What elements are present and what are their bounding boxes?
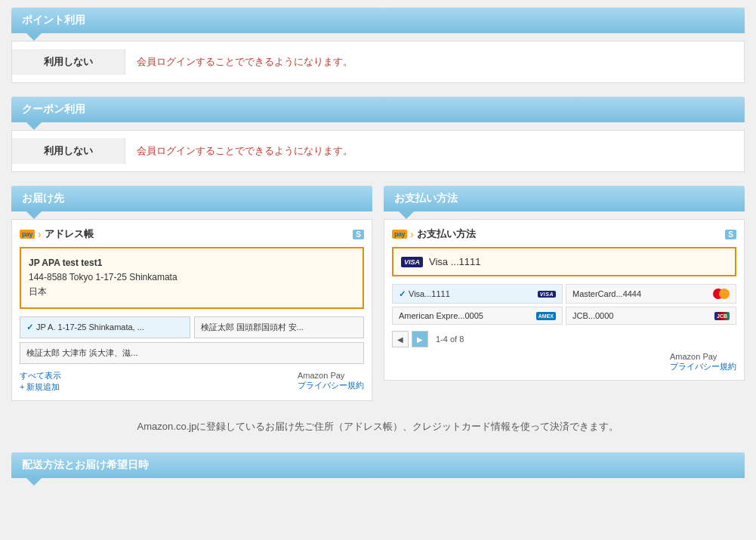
payment-privacy-text: プライバシー規約	[670, 361, 736, 372]
delivery-s-badge: S	[353, 230, 364, 239]
card-item-left-2: American Expre...0005	[399, 311, 483, 320]
pay-icon-payment: pay	[392, 230, 407, 239]
delivery-privacy-text: プライバシー規約	[298, 380, 364, 391]
selected-visa-logo: VISA	[401, 257, 423, 267]
pay-arrow-delivery: ›	[38, 228, 42, 240]
address-btn-1[interactable]: 検証太郎 国頭郡国頭村 安...	[194, 316, 365, 338]
address-line1: 144-8588 Tokyo 1-17-25 Shinkamata	[29, 270, 355, 285]
pay-icon-delivery: pay	[20, 230, 35, 239]
points-label: 利用しない	[12, 49, 125, 75]
card-label-2: American Expre...0005	[399, 311, 483, 320]
delivery-footer-left: すべて表示 + 新規追加	[20, 370, 61, 393]
delivery-footer-right: Amazon Pay プライバシー規約	[298, 371, 364, 391]
mc-badge-1	[713, 289, 730, 299]
delivery-widget: pay › アドレス帳 S JP APA test test1 144-8588…	[11, 219, 372, 401]
points-message: 会員ログインすることでできるようになります。	[125, 49, 364, 75]
payment-widget-header: pay › お支払い方法 S	[392, 227, 736, 241]
next-page-btn[interactable]: ▶	[412, 331, 428, 347]
delivery-footer: すべて表示 + 新規追加 Amazon Pay プライバシー規約	[20, 370, 364, 393]
delivery-header-text: お届け先	[22, 192, 64, 204]
payment-widget: pay › お支払い方法 S VISA Visa ...1111	[384, 219, 745, 381]
address-line2: 日本	[29, 285, 355, 299]
card-item-3[interactable]: JCB...0000 JCB	[566, 307, 736, 325]
delivery-widget-header: pay › アドレス帳 S	[20, 227, 364, 241]
show-all-link[interactable]: すべて表示	[20, 371, 61, 380]
card-item-1[interactable]: MasterCard...4444	[566, 284, 736, 304]
card-item-left-3: JCB...0000	[572, 311, 613, 320]
jcb-badge-3: JCB	[714, 312, 730, 320]
card-label-0: Visa...1111	[409, 289, 450, 298]
check-icon-card-0: ✓	[399, 289, 406, 299]
selected-payment-box: VISA Visa ...1111	[392, 247, 736, 276]
delivery-amazon-pay-label: Amazon Pay	[298, 371, 364, 380]
delivery-bottom-header-text: 配送方法とお届け希望日時	[22, 458, 149, 471]
coupon-label: 利用しない	[12, 138, 125, 164]
amazon-pay-logo-delivery: pay › アドレス帳	[20, 227, 94, 241]
payment-header-text: お支払い方法	[394, 192, 458, 204]
delivery-bottom-section: 配送方法とお届け希望日時	[11, 452, 745, 478]
delivery-payment-row: お届け先 pay › アドレス帳 S JP APA test test1 144…	[11, 186, 745, 401]
coupon-option-row: 利用しない 会員ログインすることでできるようになります。	[11, 130, 745, 172]
selected-card-number: Visa ...1111	[429, 256, 480, 267]
points-option-row: 利用しない 会員ログインすることでできるようになります。	[11, 41, 745, 83]
address-btn-2[interactable]: 検証太郎 大津市 浜大津、滋...	[20, 342, 364, 364]
coupon-section: クーポン利用 利用しない 会員ログインすることでできるようになります。	[11, 97, 745, 172]
selected-address-box: JP APA test test1 144-8588 Tokyo 1-17-25…	[20, 247, 364, 309]
delivery-header: お届け先	[11, 186, 372, 211]
payment-s-badge: S	[725, 230, 736, 239]
card-item-left-0: ✓ Visa...1111	[399, 289, 450, 299]
amazon-pay-logo-payment: pay › お支払い方法	[392, 227, 476, 241]
check-icon-0: ✓	[26, 322, 33, 332]
payment-column: お支払い方法 pay › お支払い方法 S VISA Visa ...1111	[384, 186, 745, 401]
address-buttons-grid: ✓ JP A. 1-17-25 Shinkamata, ... 検証太郎 国頭郡…	[20, 316, 364, 364]
delivery-widget-title: アドレス帳	[45, 227, 94, 241]
amex-badge-2: AMEX	[536, 312, 556, 320]
card-label-1: MasterCard...4444	[572, 289, 641, 298]
delivery-column: お届け先 pay › アドレス帳 S JP APA test test1 144…	[11, 186, 372, 401]
address-btn-label-1: 検証太郎 国頭郡国頭村 安...	[201, 322, 304, 333]
card-item-left-1: MasterCard...4444	[572, 289, 641, 298]
coupon-header: クーポン利用	[11, 97, 745, 122]
payment-footer-right: Amazon Pay プライバシー規約	[670, 352, 736, 372]
points-section: ポイント利用 利用しない 会員ログインすることでできるようになります。	[11, 8, 745, 83]
card-label-3: JCB...0000	[572, 311, 613, 320]
mc-circle-yellow-1	[719, 289, 730, 299]
address-btn-label-2: 検証太郎 大津市 浜大津、滋...	[26, 347, 137, 359]
payment-widget-title: お支払い方法	[417, 227, 476, 241]
address-btn-label-0: JP A. 1-17-25 Shinkamata, ...	[36, 322, 144, 332]
points-header: ポイント利用	[11, 8, 745, 33]
address-btn-0[interactable]: ✓ JP A. 1-17-25 Shinkamata, ...	[20, 316, 190, 338]
address-name: JP APA test test1	[29, 256, 355, 270]
payment-pagination: ◀ ▶ 1-4 of 8	[392, 331, 736, 347]
payment-header: お支払い方法	[384, 186, 745, 211]
card-item-0[interactable]: ✓ Visa...1111 VISA	[392, 284, 563, 304]
card-item-2[interactable]: American Expre...0005 AMEX	[392, 307, 563, 325]
page-info: 1-4 of 8	[436, 335, 464, 344]
info-text: Amazon.co.jpに登録しているお届け先ご住所（アドレス帳）、クレジットカ…	[11, 412, 745, 441]
payment-cards-grid: ✓ Visa...1111 VISA MasterCard...4444	[392, 284, 736, 325]
pay-arrow-payment: ›	[410, 228, 414, 240]
add-new-link[interactable]: + 新規追加	[20, 382, 60, 391]
payment-footer: Amazon Pay プライバシー規約	[392, 352, 736, 372]
prev-page-btn[interactable]: ◀	[392, 331, 409, 347]
visa-badge-0: VISA	[538, 291, 556, 298]
coupon-header-text: クーポン利用	[22, 103, 85, 115]
payment-amazon-pay-label: Amazon Pay	[670, 352, 736, 361]
coupon-message: 会員ログインすることでできるようになります。	[125, 138, 364, 164]
points-header-text: ポイント利用	[22, 14, 85, 26]
delivery-bottom-header: 配送方法とお届け希望日時	[11, 452, 745, 478]
